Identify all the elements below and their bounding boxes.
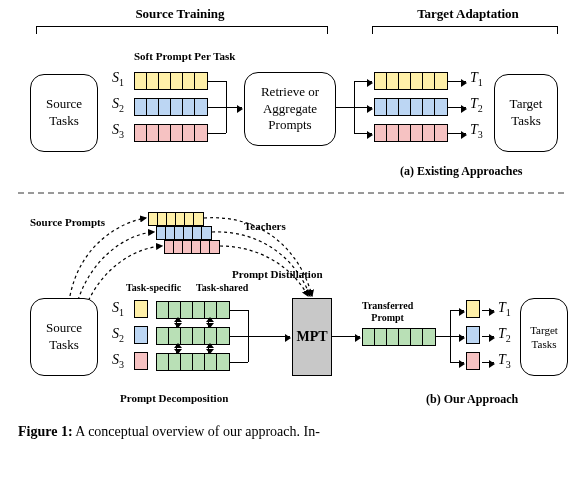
dbl-arrow-1 (176, 318, 177, 327)
arrow-b-out3 (450, 362, 464, 363)
caption-text: A conceptual overview of our approach. I… (73, 424, 320, 439)
label-task-shared: Task-shared (196, 282, 248, 293)
arrow-b-out2 (450, 336, 464, 337)
label-t3-b: T3 (498, 352, 511, 370)
label-s1-b: S1 (112, 300, 124, 318)
tgt-cell-3 (466, 352, 480, 370)
spec-cell-2 (134, 326, 148, 344)
figure-caption: Figure 1: A conceptual overview of our a… (18, 424, 564, 440)
arrow-b-t1 (482, 310, 494, 311)
arrow-b-t3 (482, 362, 494, 363)
panel-b-label: (b) Our Approach (426, 392, 518, 407)
spec-cell-3 (134, 352, 148, 370)
label-transferred: Transferred Prompt (362, 300, 413, 323)
label-t1-b: T1 (498, 300, 511, 318)
tgt-cell-2 (466, 326, 480, 344)
shared-row-3 (156, 353, 230, 371)
arrow-b-to-mpt (230, 336, 290, 337)
arrow-b-t2 (482, 336, 494, 337)
label-task-specific: Task-specific (126, 282, 181, 293)
label-prompt-decomposition: Prompt Decomposition (120, 392, 228, 404)
shared-row-1 (156, 301, 230, 319)
label-s3-b: S3 (112, 352, 124, 370)
source-tasks-box-b: Source Tasks (30, 298, 98, 376)
arrow-b-out1 (450, 310, 464, 311)
label-s2-b: S2 (112, 326, 124, 344)
dbl-arrow-4 (208, 344, 209, 353)
spec-cell-1 (134, 300, 148, 318)
tgt-cell-1 (466, 300, 480, 318)
caption-lead: Figure 1: (18, 424, 73, 439)
dbl-arrow-3 (176, 344, 177, 353)
mpt-box: MPT (292, 298, 332, 376)
label-t2-b: T2 (498, 326, 511, 344)
target-tasks-box-b: Target Tasks (520, 298, 568, 376)
arrow-mpt-out (332, 336, 360, 337)
line-b-s1 (230, 310, 248, 311)
line-b-fan-h (436, 336, 450, 337)
shared-row-2 (156, 327, 230, 345)
transferred-row (362, 328, 436, 346)
dbl-arrow-2 (208, 318, 209, 327)
line-b-s3 (230, 362, 248, 363)
figure-canvas: Source Training Target Adaptation Source… (0, 0, 582, 502)
